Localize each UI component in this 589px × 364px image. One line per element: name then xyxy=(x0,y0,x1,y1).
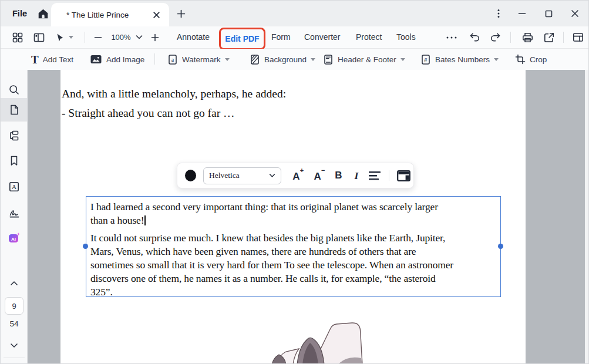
print-icon xyxy=(521,32,534,43)
window-close-icon xyxy=(570,9,580,18)
cursor-icon xyxy=(55,32,65,43)
signature-icon xyxy=(8,207,21,219)
toolbar-divider xyxy=(85,32,85,43)
export-icon xyxy=(543,32,555,43)
sidebar-outline-button[interactable] xyxy=(1,124,28,147)
chevron-down-icon xyxy=(269,173,275,178)
grid-view-button[interactable] xyxy=(10,29,25,46)
menu-form[interactable]: Form xyxy=(271,26,291,48)
align-button[interactable] xyxy=(365,167,384,184)
close-button[interactable] xyxy=(566,5,584,22)
text-line: And, with a little melancholy, perhaps, … xyxy=(62,84,286,103)
print-button[interactable] xyxy=(519,29,536,46)
resize-handle-right[interactable] xyxy=(498,244,503,249)
more-menus-button[interactable] xyxy=(443,29,460,46)
font-color-swatch[interactable] xyxy=(185,170,196,181)
menu-tools[interactable]: Tools xyxy=(396,26,416,48)
chevron-down-icon xyxy=(10,343,18,348)
new-tab-button[interactable] xyxy=(174,7,187,20)
grid-view-icon xyxy=(12,32,23,43)
undo-icon xyxy=(469,32,481,43)
tab-close-icon[interactable] xyxy=(152,10,161,19)
increase-font-button[interactable]: A+ xyxy=(287,167,309,184)
image-icon xyxy=(90,54,102,65)
telescope-illustration[interactable] xyxy=(223,318,366,364)
new-tab-icon xyxy=(177,9,186,18)
app-menu-button[interactable] xyxy=(490,5,507,22)
left-sidebar: A AI 9 54 xyxy=(1,70,28,364)
bates-icon: # xyxy=(420,54,431,65)
zoom-out-button[interactable] xyxy=(90,29,106,46)
chevron-down-icon xyxy=(494,58,499,61)
bold-button[interactable]: B xyxy=(329,167,348,184)
panel-toggle-icon xyxy=(33,32,45,43)
next-page-button[interactable] xyxy=(1,339,28,352)
sidebar-thumbnails-button[interactable] xyxy=(1,98,28,122)
zoom-in-button[interactable] xyxy=(147,29,163,46)
home-icon xyxy=(37,8,49,20)
document-canvas: And, with a little melancholy, perhaps, … xyxy=(28,70,589,364)
properties-panel-button[interactable] xyxy=(395,167,413,184)
svg-text:a: a xyxy=(171,56,174,63)
chevron-down-icon xyxy=(136,35,143,40)
crop-button[interactable]: Crop xyxy=(515,49,547,70)
layout-button[interactable] xyxy=(569,29,587,46)
watermark-button[interactable]: a Watermark xyxy=(167,49,230,70)
bookmark-icon xyxy=(9,155,19,167)
sidebar-bookmarks-button[interactable] xyxy=(1,149,28,173)
maximize-button[interactable] xyxy=(540,5,557,22)
font-family-select[interactable]: Helvetica xyxy=(203,167,281,184)
paragraph: It could not surprise me much. I knew th… xyxy=(86,227,500,297)
menu-annotate[interactable]: Annotate xyxy=(177,26,210,48)
file-menu[interactable]: File xyxy=(8,1,32,26)
header-footer-button[interactable]: Header & Footer xyxy=(323,49,405,70)
menu-protect[interactable]: Protect xyxy=(356,26,382,48)
sidebar-annotations-button[interactable]: A xyxy=(1,175,28,198)
panel-toggle-button[interactable] xyxy=(31,29,46,46)
svg-text:A: A xyxy=(12,183,16,190)
paragraph: I had learned a second very important th… xyxy=(86,197,500,227)
add-image-button[interactable]: Add Image xyxy=(90,49,144,70)
minimize-button[interactable] xyxy=(513,5,531,22)
bates-numbers-button[interactable]: # Bates Numbers xyxy=(420,49,499,70)
italic-button[interactable]: I xyxy=(348,167,366,184)
export-button[interactable] xyxy=(540,29,558,46)
selected-text-box[interactable]: I had learned a second very important th… xyxy=(86,196,501,297)
add-text-button[interactable]: T Add Text xyxy=(31,49,73,70)
previous-page-button[interactable] xyxy=(1,277,28,289)
align-icon xyxy=(368,171,381,181)
zoom-level[interactable]: 100% xyxy=(108,29,134,46)
search-icon xyxy=(8,84,20,96)
document-tab[interactable]: * The Little Prince xyxy=(51,3,169,26)
toolbar-divider xyxy=(154,53,155,65)
zoom-dropdown[interactable] xyxy=(133,29,145,46)
ai-icon: AI xyxy=(8,232,21,245)
toolbar-divider xyxy=(389,170,389,181)
chevron-up-icon xyxy=(10,281,18,286)
resize-handle-left[interactable] xyxy=(83,244,88,249)
chevron-down-icon xyxy=(69,36,73,39)
chevron-down-icon xyxy=(225,58,230,61)
toolbar-divider xyxy=(563,32,564,43)
menu-edit-pdf[interactable]: Edit PDF xyxy=(219,28,265,50)
current-page-input[interactable]: 9 xyxy=(5,297,23,315)
sidebar-signature-button[interactable] xyxy=(1,201,28,225)
undo-button[interactable] xyxy=(466,29,483,46)
menu-converter[interactable]: Converter xyxy=(304,26,340,48)
background-button[interactable]: Background xyxy=(250,49,315,70)
svg-text:#: # xyxy=(424,56,428,63)
properties-icon xyxy=(397,170,410,181)
decrease-font-button[interactable]: A− xyxy=(309,167,329,184)
main-toolbar: 100% Annotate Edit PDF Form Converter Pr… xyxy=(1,26,589,49)
redo-icon xyxy=(489,32,502,43)
minimize-icon xyxy=(517,9,527,18)
page-text-block[interactable]: And, with a little melancholy, perhaps, … xyxy=(62,84,286,123)
more-icon xyxy=(446,36,457,39)
select-tool-button[interactable] xyxy=(52,29,76,46)
home-button[interactable] xyxy=(35,5,51,22)
annotation-icon: A xyxy=(8,181,20,193)
vertical-scrollbar[interactable] xyxy=(585,70,589,364)
sidebar-ai-button[interactable]: AI xyxy=(1,227,28,250)
crop-icon xyxy=(515,54,526,65)
background-icon xyxy=(250,54,260,65)
